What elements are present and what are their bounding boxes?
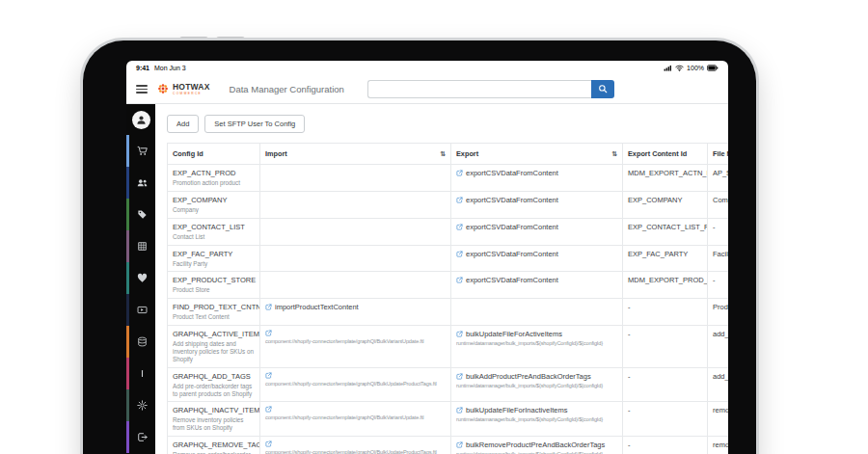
clock-date: Mon Jun 3 — [154, 65, 186, 71]
config-description: Product Text Content — [173, 313, 255, 321]
file-path: component://shopify-connector/template/g… — [265, 449, 446, 454]
hotwax-flower-icon — [157, 81, 169, 98]
heart-icon — [137, 273, 148, 283]
table-row: GRAPHQL_ACTIVE_ITEMS Add shipping dates … — [168, 326, 729, 368]
config-description: Facility Party — [173, 260, 255, 268]
file-name: - — [708, 218, 729, 245]
file-name: - — [708, 272, 729, 299]
import-cell: importProductTextContent — [260, 299, 451, 326]
external-link-icon[interactable] — [265, 441, 272, 447]
column-header-config-id: Config Id — [168, 144, 260, 165]
service-link[interactable]: exportCSVDataFromContent — [466, 196, 558, 204]
sort-icon[interactable]: ⇅ — [440, 150, 446, 158]
config-id: GRAPHQL_ADD_TAGS — [173, 372, 255, 381]
stage: 9:41 Mon Jun 3 100% HOTWAX COMMERC — [0, 0, 868, 454]
config-id: FIND_PROD_TEXT_CNTNT — [173, 303, 255, 311]
import-cell: component://shopify-connector/template/g… — [260, 367, 451, 402]
column-header-export[interactable]: Export⇅ — [451, 144, 623, 165]
person-icon — [136, 115, 147, 125]
sidebar-item-cart[interactable] — [126, 135, 155, 167]
search-input[interactable] — [367, 80, 591, 98]
set-sftp-user-button[interactable]: Set SFTP User To Config — [204, 115, 305, 133]
export-cell — [451, 299, 623, 326]
file-name: Product — [708, 299, 729, 326]
external-link-icon[interactable] — [265, 372, 272, 379]
config-id: GRAPHQL_INACTV_ITEMS — [173, 406, 255, 414]
external-link-icon[interactable] — [456, 441, 463, 448]
file-path: runtime/datamanager/bulk_imports/${shopi… — [456, 383, 617, 388]
config-description: Remove inventory policies from SKUs on S… — [173, 416, 255, 432]
sort-icon[interactable]: ⇅ — [611, 150, 617, 158]
config-description: Contact List — [173, 233, 255, 241]
export-cell: bulkUpdateFileForActiveItemsruntime/data… — [451, 326, 623, 368]
gear-icon — [137, 400, 148, 411]
external-link-icon[interactable] — [456, 170, 463, 176]
service-link[interactable]: exportCSVDataFromContent — [466, 223, 558, 231]
table-row: GRAPHQL_REMOVE_TAGS Remove pre-order/bac… — [168, 437, 729, 454]
config-description: Company — [173, 206, 255, 214]
bar-icon — [137, 368, 148, 379]
external-link-icon[interactable] — [456, 277, 463, 283]
app-sidebar — [126, 104, 155, 454]
search-button[interactable] — [591, 80, 614, 98]
external-link-icon[interactable] — [456, 331, 463, 337]
service-link[interactable]: bulkUpdateFileForInactiveItems — [466, 406, 567, 414]
file-name: remove — [708, 437, 729, 454]
battery-icon — [707, 65, 719, 71]
file-path: component://shopify-connector/template/g… — [265, 414, 446, 420]
export-content-id: MDM_EXPORT_PROD_STR — [623, 272, 708, 299]
config-id: EXP_ACTN_PROD — [173, 169, 255, 177]
sidebar-item-logout[interactable] — [126, 421, 155, 453]
export-content-id: EXP_FAC_PARTY — [623, 245, 708, 272]
external-link-icon[interactable] — [456, 224, 463, 230]
config-id: EXP_FAC_PARTY — [173, 250, 255, 258]
sidebar-item-database[interactable] — [126, 326, 155, 358]
file-name: AP_${se — [708, 165, 729, 192]
config-description: Add shipping dates and inventory policie… — [173, 340, 255, 363]
service-link[interactable]: exportCSVDataFromContent — [466, 169, 558, 177]
table-row: EXP_COMPANY Company exportCSVDataFromCon… — [168, 191, 729, 218]
service-link[interactable]: importProductTextContent — [275, 303, 359, 311]
service-link[interactable]: bulkAddProductPreAndBackOrderTags — [466, 372, 591, 381]
database-icon — [137, 336, 148, 347]
add-button[interactable]: Add — [167, 115, 199, 133]
config-id: EXP_PRODUCT_STORE — [173, 276, 255, 284]
table-row: FIND_PROD_TEXT_CNTNT Product Text Conten… — [168, 299, 729, 326]
sidebar-item-bar[interactable] — [126, 358, 155, 389]
import-cell — [260, 191, 451, 218]
hamburger-menu-icon[interactable] — [136, 85, 148, 93]
page-title: Data Manager Configuration — [230, 84, 344, 94]
table-row: GRAPHQL_INACTV_ITEMS Remove inventory po… — [168, 402, 729, 437]
column-header-import[interactable]: Import⇅ — [260, 144, 451, 165]
external-link-icon[interactable] — [265, 304, 272, 310]
export-content-id: - — [623, 299, 708, 326]
config-table: Config IdImport⇅Export⇅Export Content Id… — [167, 143, 728, 454]
export-content-id: - — [623, 326, 708, 368]
external-link-icon[interactable] — [265, 330, 272, 336]
external-link-icon[interactable] — [456, 373, 463, 380]
external-link-icon[interactable] — [456, 407, 463, 414]
sidebar-item-users[interactable] — [126, 167, 155, 199]
external-link-icon[interactable] — [456, 251, 463, 257]
config-id: EXP_CONTACT_LIST — [173, 223, 255, 231]
config-description: Add pre-order/backorder tags to parent p… — [173, 383, 255, 398]
sidebar-item-card[interactable] — [126, 294, 155, 326]
user-avatar[interactable] — [132, 111, 150, 129]
service-link[interactable]: bulkUpdateFileForActiveItems — [466, 330, 562, 338]
sidebar-item-tags[interactable] — [126, 199, 155, 230]
export-cell: exportCSVDataFromContent — [451, 272, 623, 299]
external-link-icon[interactable] — [265, 406, 272, 413]
users-icon — [137, 177, 148, 188]
config-id: GRAPHQL_ACTIVE_ITEMS — [173, 330, 255, 338]
sidebar-item-grid[interactable] — [126, 230, 155, 262]
external-link-icon[interactable] — [456, 197, 463, 203]
service-link[interactable]: bulkRemoveProductPreAndBackOrderTags — [466, 441, 605, 449]
service-link[interactable]: exportCSVDataFromContent — [466, 276, 558, 284]
service-link[interactable]: exportCSVDataFromContent — [466, 250, 558, 258]
sidebar-item-heart[interactable] — [126, 262, 155, 294]
sidebar-item-gear[interactable] — [126, 389, 155, 421]
hotwax-logo[interactable]: HOTWAX COMMERCE — [157, 81, 210, 98]
search-icon — [598, 82, 608, 96]
export-cell: exportCSVDataFromContent — [451, 165, 623, 192]
file-name: remove — [708, 402, 729, 437]
